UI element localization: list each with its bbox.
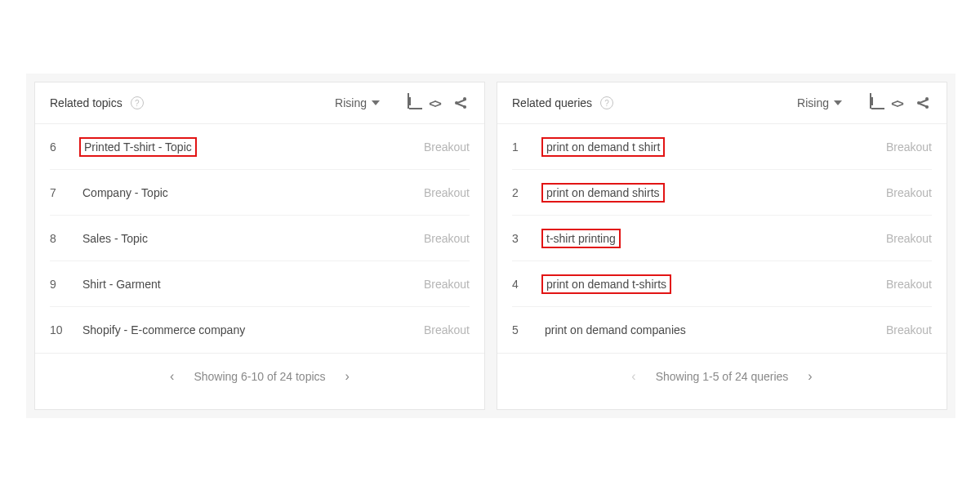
prev-page-button[interactable]: ‹ [170, 369, 174, 384]
download-csv-button[interactable] [862, 94, 880, 112]
help-icon[interactable]: ? [600, 96, 613, 109]
sort-dropdown[interactable]: Rising [335, 96, 380, 109]
list-item[interactable]: 8 Sales - Topic Breakout [50, 216, 470, 261]
item-rank: 9 [50, 278, 69, 291]
share-button[interactable] [452, 94, 470, 112]
embed-button[interactable]: <> [888, 94, 906, 112]
item-label: print on demand t-shirts [541, 274, 671, 294]
panel-footer: ‹ Showing 6-10 of 24 topics › [35, 353, 484, 399]
download-icon [408, 96, 409, 110]
embed-button[interactable]: <> [425, 94, 443, 112]
list-item[interactable]: 3 t-shirt printing Breakout [512, 216, 932, 261]
share-icon [917, 97, 929, 109]
share-icon [455, 97, 466, 109]
item-label: Shopify - E-commerce company [79, 322, 248, 338]
item-label: Sales - Topic [79, 230, 151, 247]
item-label: Printed T-shirt - Topic [79, 137, 197, 157]
item-value: Breakout [424, 323, 470, 336]
queries-list: 1 print on demand t shirt Breakout 2 pri… [497, 124, 947, 353]
item-rank: 7 [50, 186, 69, 199]
trends-panels-container: Related topics ? Rising <> 6 Printed T- [26, 74, 956, 418]
chevron-down-icon [834, 100, 842, 105]
pagination-text: Showing 1-5 of 24 queries [656, 370, 789, 383]
item-label: print on demand t shirt [541, 137, 665, 157]
topics-list: 6 Printed T-shirt - Topic Breakout 7 Com… [35, 124, 484, 353]
panel-title: Related topics [50, 96, 122, 109]
list-item[interactable]: 4 print on demand t-shirts Breakout [512, 261, 932, 307]
item-rank: 3 [512, 232, 532, 245]
next-page-button[interactable]: › [808, 369, 812, 384]
item-rank: 5 [512, 323, 532, 336]
sort-label: Rising [335, 96, 367, 109]
item-label: print on demand shirts [541, 183, 665, 203]
item-rank: 2 [512, 186, 532, 199]
next-page-button[interactable]: › [345, 369, 350, 384]
related-queries-panel: Related queries ? Rising <> 1 print on [497, 82, 947, 410]
item-label: print on demand companies [541, 322, 689, 338]
list-item[interactable]: 1 print on demand t shirt Breakout [512, 124, 932, 170]
share-button[interactable] [914, 94, 932, 112]
panel-title: Related queries [512, 96, 592, 109]
panel-header: Related topics ? Rising <> [35, 82, 484, 124]
sort-dropdown[interactable]: Rising [797, 96, 842, 109]
chevron-down-icon [372, 100, 380, 105]
item-value: Breakout [886, 232, 932, 245]
item-value: Breakout [886, 140, 932, 154]
item-value: Breakout [886, 323, 932, 336]
item-value: Breakout [886, 278, 932, 291]
item-rank: 10 [50, 323, 69, 336]
list-item[interactable]: 9 Shirt - Garment Breakout [50, 261, 470, 307]
panel-header: Related queries ? Rising <> [497, 82, 947, 124]
sort-label: Rising [797, 96, 829, 109]
item-value: Breakout [424, 186, 470, 199]
list-item[interactable]: 2 print on demand shirts Breakout [512, 170, 932, 216]
list-item[interactable]: 10 Shopify - E-commerce company Breakout [50, 307, 470, 353]
item-label: Company - Topic [79, 185, 172, 201]
pagination-text: Showing 6-10 of 24 topics [194, 370, 325, 383]
item-rank: 6 [50, 140, 69, 154]
item-value: Breakout [424, 232, 470, 245]
download-csv-button[interactable] [399, 94, 417, 112]
prev-page-button[interactable]: ‹ [631, 369, 635, 384]
list-item[interactable]: 6 Printed T-shirt - Topic Breakout [50, 124, 470, 170]
item-value: Breakout [424, 140, 470, 154]
item-label: t-shirt printing [541, 229, 621, 248]
item-rank: 4 [512, 278, 532, 291]
panel-footer: ‹ Showing 1-5 of 24 queries › [497, 353, 947, 399]
list-item[interactable]: 5 print on demand companies Breakout [512, 307, 932, 353]
item-value: Breakout [886, 186, 932, 199]
item-rank: 1 [512, 140, 532, 154]
item-label: Shirt - Garment [79, 276, 164, 292]
download-icon [870, 96, 871, 110]
item-rank: 8 [50, 232, 69, 245]
related-topics-panel: Related topics ? Rising <> 6 Printed T- [34, 82, 485, 410]
item-value: Breakout [424, 278, 470, 291]
list-item[interactable]: 7 Company - Topic Breakout [50, 170, 470, 216]
help-icon[interactable]: ? [131, 96, 144, 109]
